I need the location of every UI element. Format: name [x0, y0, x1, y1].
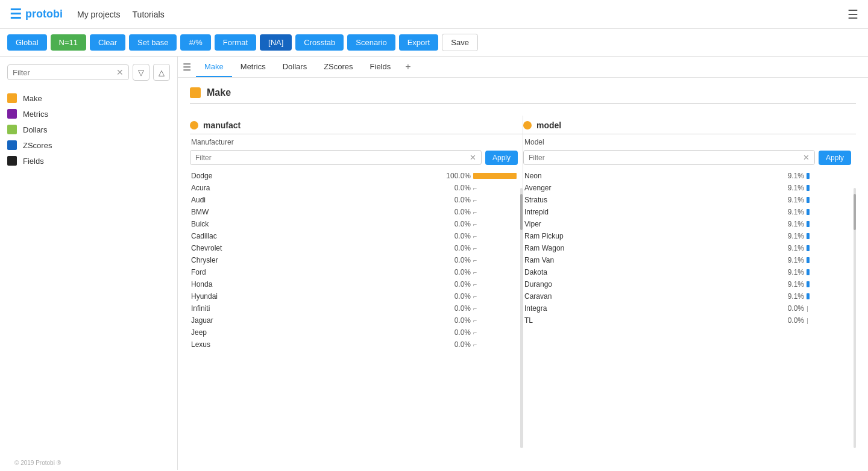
n-button[interactable]: N=11	[51, 34, 86, 51]
hash-button[interactable]: #/%	[180, 34, 210, 51]
table-row[interactable]: Hyundai 0.0% ⌐	[190, 290, 523, 302]
nav-my-projects[interactable]: My projects	[77, 10, 121, 19]
row-pct: 9.1%	[781, 208, 804, 216]
table-row[interactable]: Ram Van 9.1%	[523, 254, 856, 266]
model-panel-list: Neon 9.1% Avenger 9.1% Stratus 9.1% Intr…	[523, 170, 856, 448]
manufact-filter-input[interactable]	[195, 154, 470, 162]
table-row[interactable]: Integra 0.0% |	[523, 302, 856, 314]
tab-zscores[interactable]: ZScores	[315, 57, 361, 77]
row-pct: 9.1%	[781, 292, 804, 301]
table-row[interactable]: Ram Pickup 9.1%	[523, 230, 856, 242]
sidebar-item-metrics-label: Metrics	[23, 110, 48, 119]
sidebar-filter-asc-icon[interactable]: △	[153, 64, 170, 81]
row-name: Avenger	[524, 184, 781, 192]
row-pct: 0.0%	[448, 256, 471, 264]
export-button[interactable]: Export	[399, 34, 439, 51]
table-row[interactable]: Stratus 9.1%	[523, 194, 856, 206]
bar-bracket: ⌐	[473, 196, 477, 204]
bar-bracket: ⌐	[473, 305, 477, 312]
sidebar-item-zscores[interactable]: ZScores	[7, 137, 170, 153]
row-name: Hyundai	[191, 292, 448, 301]
table-row[interactable]: Intrepid 9.1%	[523, 206, 856, 218]
tab-add-button[interactable]: +	[399, 57, 417, 77]
tab-make[interactable]: Make	[196, 57, 232, 77]
table-row[interactable]: BMW 0.0% ⌐	[190, 206, 523, 218]
row-pct: 0.0%	[448, 208, 471, 216]
row-name: Audi	[191, 196, 448, 204]
bar-bracket: ⌐	[473, 317, 477, 324]
manufact-scroll-thumb	[520, 194, 523, 230]
table-row[interactable]: Neon 9.1%	[523, 170, 856, 182]
table-row[interactable]: Acura 0.0% ⌐	[190, 182, 523, 194]
table-row[interactable]: Avenger 9.1%	[523, 182, 856, 194]
bar-fill	[807, 197, 810, 203]
row-name: TL	[524, 316, 781, 325]
table-row[interactable]: Lexus 0.0% ⌐	[190, 338, 523, 351]
table-row[interactable]: Dodge 100.0%	[190, 170, 523, 182]
table-row[interactable]: Buick 0.0% ⌐	[190, 218, 523, 230]
format-button[interactable]: Format	[215, 34, 256, 51]
manufact-filter-clear-icon[interactable]: ✕	[470, 153, 476, 162]
row-pct: 0.0%	[448, 304, 471, 313]
row-name: Lexus	[191, 340, 448, 349]
scenario-button[interactable]: Scenario	[347, 34, 395, 51]
tab-fields[interactable]: Fields	[362, 57, 400, 77]
manufact-apply-button[interactable]: Apply	[485, 151, 518, 165]
set-base-button[interactable]: Set base	[129, 34, 177, 51]
row-name: Caravan	[524, 292, 781, 301]
tab-dollars[interactable]: Dollars	[274, 57, 315, 77]
bar-container	[807, 257, 855, 263]
table-row[interactable]: Dakota 9.1%	[523, 266, 856, 278]
table-row[interactable]: Caravan 9.1%	[523, 290, 856, 302]
row-pct: 9.1%	[781, 196, 804, 204]
sidebar-item-dollars[interactable]: Dollars	[7, 122, 170, 137]
table-row[interactable]: Durango 9.1%	[523, 278, 856, 290]
manufact-panel: manufact Manufacturer ✕ Apply Dodge 100.…	[190, 116, 523, 448]
global-button[interactable]: Global	[7, 34, 47, 51]
sidebar-item-metrics[interactable]: Metrics	[7, 106, 170, 122]
model-apply-button[interactable]: Apply	[819, 151, 851, 165]
sidebar-item-dollars-label: Dollars	[23, 125, 47, 134]
table-row[interactable]: Chevrolet 0.0% ⌐	[190, 242, 523, 254]
zscores-swatch	[7, 140, 17, 150]
table-row[interactable]: Viper 9.1%	[523, 218, 856, 230]
sidebar-item-fields[interactable]: Fields	[7, 153, 170, 169]
table-row[interactable]: Jaguar 0.0% ⌐	[190, 314, 523, 326]
bar-container	[807, 233, 855, 239]
bar-container: ⌐	[473, 220, 521, 228]
sidebar-filter-input[interactable]	[13, 68, 116, 77]
hamburger-icon[interactable]: ☰	[848, 7, 858, 22]
clear-button[interactable]: Clear	[90, 34, 125, 51]
table-row[interactable]: Honda 0.0% ⌐	[190, 278, 523, 290]
table-row[interactable]: Ram Wagon 9.1%	[523, 242, 856, 254]
table-row[interactable]: Ford 0.0% ⌐	[190, 266, 523, 278]
table-row[interactable]: Chrysler 0.0% ⌐	[190, 254, 523, 266]
bar-bracket: ⌐	[473, 257, 477, 264]
table-row[interactable]: TL 0.0% |	[523, 314, 856, 326]
row-pct: 0.0%	[448, 244, 471, 252]
bar-bracket: ⌐	[473, 341, 477, 348]
bar-bracket: |	[807, 317, 808, 324]
bar-bracket: ⌐	[473, 293, 477, 300]
tab-metrics[interactable]: Metrics	[232, 57, 274, 77]
bar-container: ⌐	[473, 184, 521, 192]
table-row[interactable]: Jeep 0.0% ⌐	[190, 326, 523, 338]
save-button[interactable]: Save	[442, 34, 478, 51]
sidebar: ✕ ▽ △ Make Metrics Dollars ZScores Field…	[0, 57, 178, 470]
model-filter-clear-icon[interactable]: ✕	[803, 153, 810, 162]
table-row[interactable]: Infiniti 0.0% ⌐	[190, 302, 523, 314]
row-pct: 0.0%	[448, 280, 471, 289]
sidebar-filter-desc-icon[interactable]: ▽	[133, 64, 149, 81]
tabs-menu-icon[interactable]: ☰	[183, 61, 191, 73]
na-button[interactable]: [NA]	[260, 34, 292, 51]
model-filter-input[interactable]	[529, 154, 803, 162]
sidebar-filter-clear-icon[interactable]: ✕	[116, 67, 124, 77]
table-row[interactable]: Audi 0.0% ⌐	[190, 194, 523, 206]
table-row[interactable]: Cadillac 0.0% ⌐	[190, 230, 523, 242]
bar-container	[807, 293, 855, 299]
crosstab-button[interactable]: Crosstab	[295, 34, 344, 51]
row-pct: 0.0%	[448, 316, 471, 325]
sidebar-item-make[interactable]: Make	[7, 90, 170, 106]
bar-bracket: |	[807, 305, 808, 312]
nav-tutorials[interactable]: Tutorials	[133, 10, 165, 19]
